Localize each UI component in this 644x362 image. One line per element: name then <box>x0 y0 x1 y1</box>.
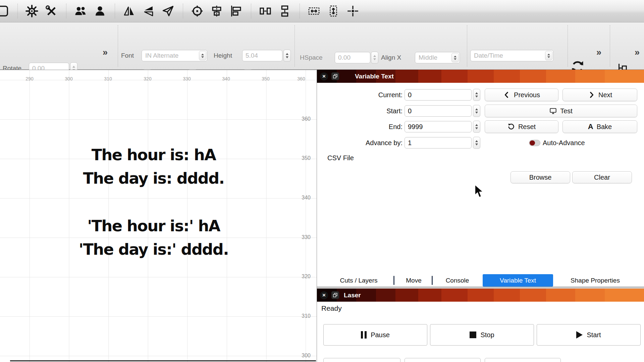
hspace-stepper[interactable] <box>371 52 378 64</box>
auto-advance-toggle-switch[interactable] <box>529 140 540 146</box>
panel-title: Laser <box>344 289 361 302</box>
overflow-chevron-icon[interactable]: » <box>596 48 601 57</box>
tab-shape-properties[interactable]: Shape Properties <box>556 274 634 287</box>
browse-button[interactable]: Browse <box>511 171 570 183</box>
end-input[interactable] <box>405 121 472 132</box>
align-edges-icon[interactable] <box>229 4 244 18</box>
start-button[interactable]: Start <box>537 324 641 346</box>
previous-button[interactable]: Previous <box>485 88 558 101</box>
chevron-updown-icon <box>199 51 206 60</box>
test-button[interactable]: Test <box>485 105 637 117</box>
laser-extra-button[interactable] <box>485 358 561 362</box>
canvas-text-line[interactable]: 'The day is:' dddd. <box>0 240 307 258</box>
tools-icon[interactable] <box>44 4 59 18</box>
chevron-left-icon <box>503 91 511 99</box>
mouse-cursor <box>474 184 485 200</box>
ruler-right-label: 350 <box>297 155 311 161</box>
clear-button[interactable]: Clear <box>572 171 632 183</box>
stop-button[interactable]: Stop <box>430 324 534 346</box>
tab-console[interactable]: Console <box>436 274 479 287</box>
resize-width-icon[interactable] <box>307 4 321 18</box>
current-input[interactable] <box>405 89 472 101</box>
next-button-label: Next <box>598 91 612 99</box>
height-label: Height <box>214 50 232 61</box>
previous-button-label: Previous <box>514 91 540 99</box>
laser-extra-button[interactable] <box>405 358 481 362</box>
overflow-chevron-icon[interactable]: » <box>103 48 108 57</box>
tab-divider <box>432 276 433 285</box>
close-icon[interactable]: × <box>320 72 328 80</box>
main-toolbar <box>0 0 644 22</box>
toolbar-group-separator <box>17 4 18 18</box>
pause-button[interactable]: Pause <box>323 324 427 346</box>
users-icon[interactable] <box>73 4 88 18</box>
align-x-label: Align X <box>381 52 401 63</box>
next-button[interactable]: Next <box>562 88 637 101</box>
start-stepper[interactable] <box>473 105 480 117</box>
toolbar-group-separator <box>115 4 115 18</box>
close-icon[interactable]: × <box>320 291 328 299</box>
end-stepper[interactable] <box>473 121 480 133</box>
distribute-vertical-icon[interactable] <box>277 4 292 18</box>
stop-icon <box>470 331 476 338</box>
height-stepper[interactable] <box>283 50 291 62</box>
float-window-icon[interactable] <box>331 72 339 80</box>
ruler-top-label: 360 <box>294 76 308 81</box>
bake-icon: A <box>588 122 593 131</box>
laser-panel: × Laser Ready Pause Stop Start <box>317 289 644 362</box>
bake-button[interactable]: A Bake <box>562 120 637 133</box>
gear-icon[interactable] <box>24 4 39 18</box>
resize-height-icon[interactable] <box>326 4 341 18</box>
advance-by-input[interactable] <box>405 137 472 148</box>
canvas-text-line[interactable]: The day is: dddd. <box>0 169 307 187</box>
workspace-canvas[interactable]: The hour is: hA The day is: dddd. 'The h… <box>0 70 317 362</box>
chevron-updown-icon <box>545 51 552 60</box>
canvas-text-line[interactable]: 'The hour is:' hA <box>0 217 307 235</box>
auto-advance-toggle[interactable]: Auto-Advance <box>529 139 585 146</box>
hspace-input[interactable] <box>335 52 370 63</box>
tab-variable-text[interactable]: Variable Text <box>483 274 553 287</box>
align-x-select[interactable]: Middle <box>415 52 460 63</box>
window-icon[interactable] <box>0 4 10 18</box>
flip-horizontal-icon[interactable] <box>122 4 137 18</box>
variable-text-titlebar[interactable]: × Variable Text <box>317 70 644 83</box>
target-icon[interactable] <box>190 4 205 18</box>
tab-cuts-layers[interactable]: Cuts / Layers <box>327 274 390 287</box>
ruler-right-label: 360 <box>297 116 311 122</box>
test-button-label: Test <box>560 107 573 115</box>
panel-title: Variable Text <box>355 70 394 83</box>
application-window: » Rotate Font IN Alternate Height Bold I… <box>0 0 644 362</box>
nudge-icon[interactable] <box>345 4 360 18</box>
ruler-right-label: 320 <box>297 274 311 280</box>
send-icon[interactable] <box>161 4 175 18</box>
canvas-text-line[interactable]: The hour is: hA <box>0 146 307 164</box>
font-select-value: IN Alternate <box>145 52 198 59</box>
overflow-chevron-icon[interactable]: » <box>635 48 640 57</box>
laser-extra-button[interactable] <box>323 358 400 362</box>
main-toolbar-icons <box>0 0 644 22</box>
chevron-updown-icon <box>451 53 459 62</box>
bake-button-label: Bake <box>597 123 612 131</box>
align-centers-icon[interactable] <box>209 4 224 18</box>
font-label: Font <box>121 50 134 61</box>
tab-move[interactable]: Move <box>400 274 427 287</box>
flip-vertical-icon[interactable] <box>141 4 156 18</box>
variable-text-panel: × Variable Text Current: Start: End: Adv… <box>317 70 644 287</box>
ruler-top-label: 310 <box>101 76 115 81</box>
distribute-horizontal-icon[interactable] <box>258 4 273 18</box>
reset-button-label: Reset <box>518 123 536 131</box>
laser-titlebar[interactable]: × Laser <box>317 289 644 302</box>
font-select[interactable]: IN Alternate <box>142 50 207 61</box>
user-icon[interactable] <box>93 4 107 18</box>
end-label: End: <box>327 121 402 132</box>
reset-icon <box>507 123 515 130</box>
toolbar-group-separator <box>66 4 66 18</box>
start-input[interactable] <box>405 105 472 117</box>
reset-button[interactable]: Reset <box>485 120 558 133</box>
height-input[interactable] <box>242 50 282 61</box>
current-stepper[interactable] <box>473 89 480 101</box>
float-window-icon[interactable] <box>331 291 339 299</box>
date-time-select[interactable]: Date/Time <box>470 50 553 61</box>
advance-by-stepper[interactable] <box>473 137 480 149</box>
stop-button-label: Stop <box>480 331 494 339</box>
